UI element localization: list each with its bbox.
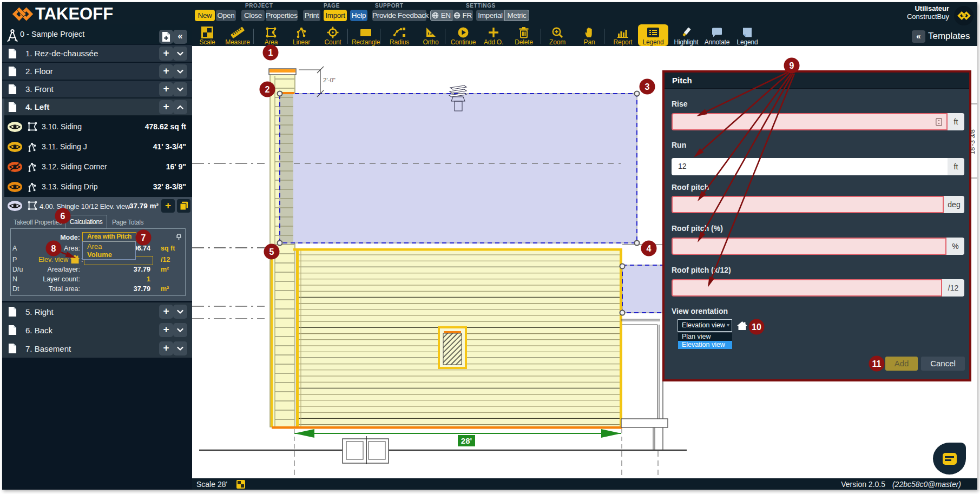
svg-text:2'-0": 2'-0" — [323, 77, 336, 83]
svg-text:28': 28' — [461, 436, 472, 445]
